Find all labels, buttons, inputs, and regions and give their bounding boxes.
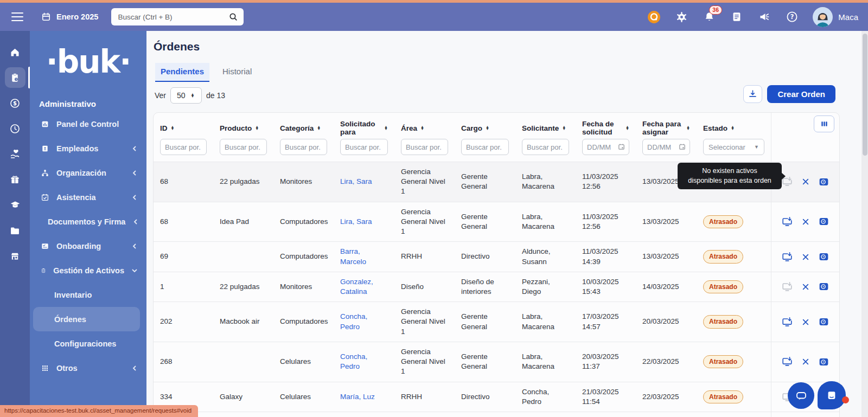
column-header-solicitante[interactable]: Solicitante▲▼ [515, 113, 576, 139]
cancel-order-button[interactable] [801, 357, 810, 366]
filter-id-input[interactable] [160, 139, 207, 155]
table-row[interactable]: 202 Macbook air Computadores Concha, Ped… [154, 301, 839, 342]
link-preview-url: https://capacitaciones-test.buk.cl/asset… [0, 405, 198, 417]
tab-pendientes[interactable]: Pendientes [155, 63, 209, 82]
user-name[interactable]: Maca [838, 12, 858, 22]
benefits-icon[interactable] [5, 144, 25, 164]
view-order-button[interactable] [818, 176, 829, 188]
column-header-cargo[interactable]: Cargo▲▼ [455, 113, 515, 139]
cancel-order-button[interactable] [801, 177, 810, 186]
documents-icon[interactable] [5, 220, 25, 241]
cancel-order-button[interactable] [801, 253, 810, 261]
cell-solicitado-para-link[interactable]: María, Luz [334, 382, 394, 412]
scrollbar[interactable] [861, 31, 868, 417]
sidebar-item-asistencia[interactable]: Asistencia [30, 185, 146, 209]
filter-solicitado-input[interactable] [340, 139, 388, 155]
filter-categoria-input[interactable] [280, 139, 327, 155]
filter-cargo-input[interactable] [461, 139, 509, 155]
scrollbar-thumb[interactable] [863, 34, 867, 156]
cell-solicitado-para-link[interactable]: Concha, Pedro [334, 342, 394, 382]
cell-fecha-asignar: 13/03/2025 [636, 242, 697, 271]
table-row[interactable]: 334 Galaxy Celulares María, Luz RRHH Dir… [154, 382, 839, 412]
page-size-select[interactable]: 50 ▲▼ [170, 87, 202, 104]
assign-asset-button[interactable] [781, 251, 793, 263]
view-order-button[interactable] [818, 356, 829, 368]
column-header-categoria[interactable]: Categoría▲▼ [273, 113, 334, 139]
view-order-button[interactable] [818, 251, 829, 262]
training-icon[interactable] [5, 195, 25, 215]
gifts-icon[interactable] [5, 169, 25, 190]
export-button[interactable] [743, 85, 762, 103]
column-header-fecha-asignar[interactable]: Fecha para asignar▲▼ [636, 113, 697, 139]
calendar-icon[interactable] [678, 143, 686, 151]
table-row[interactable]: 268 Celulares Concha, Pedro Gerencia Gen… [154, 342, 839, 382]
cell-solicitado-para-link[interactable]: María, Luz [334, 412, 394, 417]
sidebar-subitem-ordenes[interactable]: Órdenes [33, 307, 140, 331]
sidebar-item-gestion-de-activos[interactable]: Gestión de Activos [30, 258, 146, 283]
sidebar-item-documentos-y-firma[interactable]: Documentos y Firma [30, 209, 146, 234]
support-icon[interactable] [647, 10, 661, 24]
table-row[interactable]: 334 22 pulgadas Monitores María, Luz RRH… [154, 412, 839, 417]
cell-solicitado-para-link[interactable]: Lira, Sara [334, 162, 394, 202]
filter-estado-select[interactable]: Seleccionar▼ [703, 139, 764, 155]
cell-estado: Atrasado [697, 302, 771, 342]
filter-area-input[interactable] [401, 139, 448, 155]
close-icon [801, 217, 810, 226]
payments-icon[interactable]: $ [5, 93, 25, 113]
column-header-id[interactable]: ID▲▼ [154, 113, 213, 139]
column-header-solicitado-para[interactable]: Solicitado para▲▼ [334, 113, 394, 139]
calendar-icon[interactable] [617, 143, 626, 151]
assign-asset-button[interactable] [781, 216, 793, 228]
notifications-icon[interactable]: 36 [702, 10, 716, 24]
column-settings-button[interactable] [814, 116, 834, 132]
cell-area: Diseño [394, 272, 455, 301]
view-order-icon [818, 216, 829, 227]
assign-asset-button[interactable] [781, 281, 793, 293]
period-selector[interactable]: Enero 2025 [41, 11, 98, 22]
cancel-order-button[interactable] [801, 318, 810, 326]
help-chat-button[interactable] [818, 381, 846, 409]
table-row[interactable]: 1 22 pulgadas Monitores Gonzalez, Catali… [154, 272, 839, 301]
help-icon[interactable]: ? [785, 10, 799, 24]
avatar[interactable] [813, 7, 833, 27]
marketplace-icon[interactable] [5, 246, 25, 266]
sidebar-item-otros[interactable]: Otros [30, 356, 146, 380]
filter-solicitante-input[interactable] [522, 139, 569, 155]
cell-solicitado-para-link[interactable]: Lira, Sara [334, 202, 394, 242]
menu-icon[interactable] [11, 12, 23, 21]
column-header-area[interactable]: Área▲▼ [394, 113, 455, 139]
create-order-button[interactable]: Crear Orden [767, 85, 835, 103]
search-input[interactable] [111, 8, 244, 25]
cell-solicitado-para-link[interactable]: Barra, Marcelo [334, 242, 394, 271]
feedback-chat-button[interactable] [788, 382, 814, 409]
sidebar-item-organizacion[interactable]: Organización [30, 161, 146, 185]
column-header-estado[interactable]: Estado▲▼ [697, 113, 771, 139]
table-row[interactable]: 69 Computadores Barra, Marcelo RRHH Dire… [154, 241, 839, 271]
sidebar-item-onboarding[interactable]: Onboarding [30, 234, 146, 258]
table-row[interactable]: 68 Idea Pad Computadores Lira, Sara Gere… [154, 202, 839, 242]
tab-historial[interactable]: Historial [217, 63, 257, 82]
filter-producto-input[interactable] [220, 139, 267, 155]
cell-solicitado-para-link[interactable]: Concha, Pedro [334, 302, 394, 342]
cancel-order-button[interactable] [801, 217, 810, 226]
sidebar-item-empleados[interactable]: Empleados [30, 136, 146, 161]
time-icon[interactable] [5, 118, 25, 139]
cancel-order-button[interactable] [801, 283, 810, 291]
view-order-button[interactable] [818, 216, 829, 227]
notes-icon[interactable] [730, 10, 744, 24]
assign-asset-button[interactable] [781, 316, 793, 328]
sidebar-subitem-configuraciones[interactable]: Configuraciones [30, 331, 146, 356]
view-order-button[interactable] [818, 281, 829, 292]
sidebar-subitem-inventario[interactable]: Inventario [30, 283, 146, 307]
asset-orders-icon[interactable] [5, 67, 25, 88]
column-header-fecha-solicitud[interactable]: Fecha de solicitud▲▼ [576, 113, 636, 139]
announcements-icon[interactable] [757, 10, 771, 24]
column-header-producto[interactable]: Producto▲▼ [213, 113, 273, 139]
search-icon[interactable] [228, 11, 239, 22]
view-order-button[interactable] [818, 316, 829, 328]
assign-asset-button[interactable] [781, 356, 793, 368]
settings-icon[interactable] [674, 10, 688, 24]
home-icon[interactable] [5, 42, 25, 62]
cell-solicitado-para-link[interactable]: Gonzalez, Catalina [334, 272, 394, 301]
sidebar-item-panel-de-control[interactable]: Panel de Control [30, 112, 146, 136]
